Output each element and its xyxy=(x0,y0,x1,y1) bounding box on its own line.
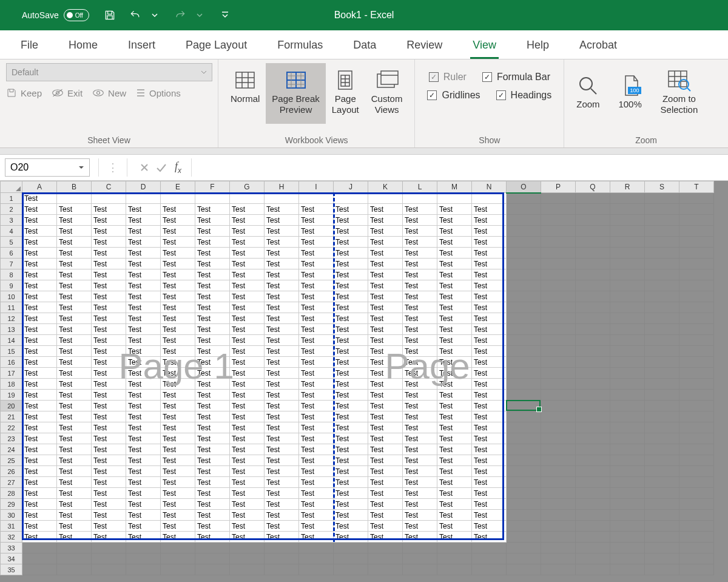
cell[interactable] xyxy=(126,553,161,564)
cell[interactable] xyxy=(576,477,610,488)
cell[interactable]: Test xyxy=(472,390,507,401)
cell[interactable]: Test xyxy=(22,280,57,291)
cell[interactable]: Test xyxy=(22,193,57,204)
cell[interactable] xyxy=(507,379,541,390)
cancel-formula-icon[interactable] xyxy=(136,159,153,176)
cell[interactable] xyxy=(472,543,507,553)
row-header[interactable]: 10 xyxy=(1,291,22,302)
cell[interactable]: Test xyxy=(92,269,126,280)
cell[interactable]: Test xyxy=(368,302,403,313)
cell[interactable]: Test xyxy=(299,401,334,411)
cell[interactable] xyxy=(679,226,714,237)
cell[interactable] xyxy=(57,553,92,564)
cell[interactable] xyxy=(368,193,403,204)
cell[interactable] xyxy=(541,499,576,510)
cell[interactable] xyxy=(645,259,679,269)
cell[interactable]: Test xyxy=(437,204,472,215)
cell[interactable]: Test xyxy=(265,488,299,499)
sheetview-new-button[interactable]: New xyxy=(92,88,126,98)
cell[interactable] xyxy=(645,553,679,564)
cell[interactable]: Test xyxy=(334,532,368,543)
cell[interactable] xyxy=(610,543,645,553)
cell[interactable]: Test xyxy=(126,291,161,302)
cell[interactable]: Test xyxy=(57,401,92,411)
cell[interactable]: Test xyxy=(230,521,265,532)
cell[interactable] xyxy=(645,422,679,433)
cell[interactable]: Test xyxy=(57,455,92,466)
cell[interactable] xyxy=(195,543,230,553)
cell[interactable] xyxy=(679,248,714,259)
cell[interactable]: Test xyxy=(161,401,195,411)
cell[interactable] xyxy=(437,553,472,564)
cell[interactable]: Test xyxy=(368,532,403,543)
cell[interactable]: Test xyxy=(126,379,161,390)
cell[interactable]: Test xyxy=(299,368,334,379)
gridlines-checkbox[interactable]: ✓Gridlines xyxy=(427,90,480,101)
cell[interactable] xyxy=(507,401,541,411)
cell[interactable] xyxy=(610,532,645,543)
cell[interactable]: Test xyxy=(126,324,161,335)
cell[interactable]: Test xyxy=(265,215,299,226)
cell[interactable]: Test xyxy=(22,477,57,488)
tab-view[interactable]: View xyxy=(470,33,499,59)
cell[interactable] xyxy=(576,302,610,313)
zoom-to-selection-button[interactable]: Zoom to Selection xyxy=(655,63,704,119)
cell[interactable]: Test xyxy=(299,411,334,422)
cell[interactable]: Test xyxy=(22,368,57,379)
cell[interactable] xyxy=(92,553,126,564)
cell[interactable]: Test xyxy=(299,204,334,215)
cell[interactable]: Test xyxy=(334,302,368,313)
cell[interactable]: Test xyxy=(334,313,368,324)
cell[interactable]: Test xyxy=(92,215,126,226)
cell[interactable] xyxy=(645,401,679,411)
cell[interactable]: Test xyxy=(92,259,126,269)
cell[interactable] xyxy=(541,215,576,226)
cell[interactable]: Test xyxy=(126,357,161,368)
cell[interactable]: Test xyxy=(22,422,57,433)
row-header[interactable]: 24 xyxy=(1,444,22,455)
row-header[interactable]: 14 xyxy=(1,335,22,346)
page-layout-button[interactable]: Page Layout xyxy=(326,63,365,124)
cell[interactable] xyxy=(541,193,576,204)
cell[interactable] xyxy=(645,444,679,455)
cell[interactable] xyxy=(576,248,610,259)
cell[interactable] xyxy=(645,543,679,553)
cell[interactable]: Test xyxy=(230,499,265,510)
row-header[interactable]: 26 xyxy=(1,466,22,477)
cell[interactable]: Test xyxy=(161,291,195,302)
cell[interactable]: Test xyxy=(161,466,195,477)
cell[interactable]: Test xyxy=(265,324,299,335)
cell[interactable]: Test xyxy=(230,204,265,215)
cell[interactable]: Test xyxy=(161,269,195,280)
column-header[interactable]: P xyxy=(541,181,576,193)
cell[interactable]: Test xyxy=(161,532,195,543)
cell[interactable]: Test xyxy=(403,237,437,248)
cell[interactable]: Test xyxy=(92,477,126,488)
cell[interactable]: Test xyxy=(22,291,57,302)
cell[interactable]: Test xyxy=(265,357,299,368)
cell[interactable]: Test xyxy=(230,444,265,455)
cell[interactable] xyxy=(645,291,679,302)
cell[interactable]: Test xyxy=(195,401,230,411)
cell[interactable]: Test xyxy=(299,237,334,248)
cell[interactable]: Test xyxy=(334,215,368,226)
cell[interactable]: Test xyxy=(437,455,472,466)
cell[interactable]: Test xyxy=(368,390,403,401)
cell[interactable]: Test xyxy=(195,390,230,401)
cell[interactable]: Test xyxy=(92,379,126,390)
cell[interactable] xyxy=(541,313,576,324)
cell[interactable]: Test xyxy=(299,521,334,532)
cell[interactable]: Test xyxy=(334,368,368,379)
cell[interactable]: Test xyxy=(22,226,57,237)
cell[interactable]: Test xyxy=(299,422,334,433)
cell[interactable] xyxy=(57,193,92,204)
cell[interactable] xyxy=(645,379,679,390)
cell[interactable] xyxy=(265,564,299,575)
cell[interactable] xyxy=(610,259,645,269)
cell[interactable] xyxy=(541,477,576,488)
normal-view-button[interactable]: Normal xyxy=(224,63,266,124)
cell[interactable] xyxy=(645,237,679,248)
page-break-preview-button[interactable]: Page Break Preview xyxy=(266,63,325,124)
cell[interactable]: Test xyxy=(22,269,57,280)
cell[interactable]: Test xyxy=(334,499,368,510)
